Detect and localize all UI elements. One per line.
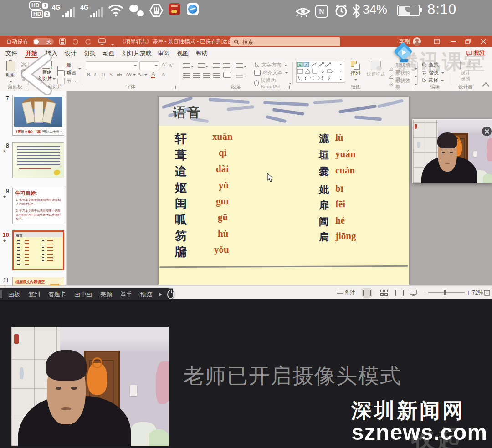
- line-spacing-button[interactable]: [236, 62, 246, 70]
- pinyin: bī: [335, 183, 343, 194]
- collapse-ribbon-icon[interactable]: [482, 82, 490, 90]
- do-not-disturb-icon: [149, 4, 163, 17]
- columns-button[interactable]: [223, 71, 231, 80]
- toolbar-raise-hand[interactable]: 举手: [120, 290, 132, 299]
- search-box[interactable]: [230, 37, 340, 46]
- toolbar-answer-card[interactable]: 答题卡: [48, 290, 66, 299]
- close-camera-icon[interactable]: [482, 127, 492, 136]
- zoom-out-button[interactable]: −: [423, 286, 426, 300]
- tab-file[interactable]: 文件: [4, 47, 19, 59]
- tab-transitions[interactable]: 切换: [82, 47, 97, 59]
- section-button[interactable]: 节: [57, 77, 77, 84]
- zoom-level[interactable]: 72%: [472, 286, 483, 300]
- normal-view-button[interactable]: [363, 286, 371, 300]
- italic-button[interactable]: I: [94, 71, 96, 78]
- replace-button[interactable]: 替换: [422, 69, 444, 76]
- tab-review[interactable]: 审阅: [156, 47, 171, 59]
- zoom-slider[interactable]: [428, 286, 465, 300]
- search-input[interactable]: [241, 38, 325, 46]
- slide7-caption: 《震川文集》书影 明刻二十卷本: [14, 130, 62, 134]
- slide11-thumbnail[interactable]: 根据课文内容填空: [12, 277, 64, 285]
- align-right-button[interactable]: [203, 71, 210, 80]
- zoom-in-button[interactable]: +: [466, 286, 470, 300]
- quick-access-dropdown-icon[interactable]: [110, 41, 114, 47]
- bold-button[interactable]: A: [161, 71, 165, 78]
- shrink-font-button[interactable]: A˅: [169, 62, 174, 68]
- restore-button[interactable]: [461, 36, 475, 47]
- toolbar-beauty[interactable]: 美颜: [100, 290, 112, 299]
- close-button[interactable]: [477, 36, 490, 47]
- comments-button[interactable]: 批注: [466, 47, 486, 59]
- hanzi: 漉: [319, 132, 329, 146]
- tab-design[interactable]: 设计: [63, 47, 78, 59]
- strikethrough-button[interactable]: ab: [117, 71, 122, 77]
- toolbar-handle[interactable]: [0, 290, 2, 298]
- bullets-button[interactable]: [183, 62, 194, 70]
- paragraph-dialog-launcher[interactable]: [286, 86, 290, 89]
- slide-sorter-view-button[interactable]: [380, 286, 388, 300]
- tab-animations[interactable]: 动画: [101, 47, 117, 59]
- bold-button[interactable]: B: [87, 71, 90, 78]
- back-arrow-overlay[interactable]: [17, 54, 56, 95]
- slide-canvas[interactable]: 语音 轩xuān 葺qì 迨dài 妪yù 闺guī 呱gū 笏hù 牖yǒu …: [159, 97, 409, 285]
- tab-help[interactable]: 帮助: [194, 47, 210, 59]
- arrange-button[interactable]: 排列: [347, 61, 364, 82]
- fit-to-window-button[interactable]: [484, 286, 490, 300]
- slide9-thumbnail[interactable]: 学习目标: 1. 体会本文笔墨清淡而情意缠绵动人的写作特色。 2. 学习本文善于…: [12, 188, 64, 224]
- underline-button[interactable]: U: [101, 71, 105, 78]
- toolbar-checkin[interactable]: 签到: [28, 290, 40, 299]
- paste-button[interactable]: 粘贴: [3, 61, 18, 84]
- font-size-combo[interactable]: [139, 61, 159, 70]
- slide8-thumbnail[interactable]: [12, 142, 64, 178]
- select-button[interactable]: 选择: [422, 77, 444, 84]
- font-color-button[interactable]: A: [151, 71, 155, 78]
- pinyin: yǒu: [214, 244, 229, 255]
- toolbar-power-icon[interactable]: [167, 290, 174, 299]
- slide7-thumbnail[interactable]: 《震川文集》书影 明刻二十卷本: [12, 95, 64, 136]
- align-center-button[interactable]: [193, 71, 200, 80]
- align-text-button[interactable]: 对齐文本: [254, 69, 288, 76]
- reading-view-button[interactable]: [395, 286, 404, 300]
- autosave-toggle[interactable]: 关: [33, 38, 54, 45]
- add-remove-columns-button[interactable]: [236, 71, 246, 80]
- minimize-button[interactable]: [446, 36, 460, 47]
- reset-button[interactable]: 重置: [57, 70, 77, 76]
- toolbar-whiteboard[interactable]: 画板: [8, 290, 20, 299]
- slide10-thumbnail-selected[interactable]: 语音: [12, 230, 64, 270]
- justify-button[interactable]: [213, 71, 220, 80]
- present-display-icon[interactable]: [98, 38, 106, 45]
- slideshow-view-button[interactable]: [410, 286, 417, 300]
- drawing-dialog-launcher[interactable]: [412, 86, 415, 89]
- font-dialog-launcher[interactable]: [172, 86, 176, 89]
- zoom-slider-thumb[interactable]: [444, 290, 446, 295]
- decrease-indent-button[interactable]: [213, 62, 220, 70]
- increase-indent-button[interactable]: [223, 62, 230, 70]
- hd2-number: 2: [44, 11, 50, 17]
- tab-view[interactable]: 视图: [175, 47, 190, 59]
- notes-button[interactable]: 备注: [337, 286, 355, 300]
- align-left-button[interactable]: [183, 71, 190, 80]
- toolbar-pip[interactable]: 画中画: [74, 290, 92, 299]
- grow-font-button[interactable]: A˄: [161, 61, 167, 68]
- text-direction-button[interactable]: A 文字方向: [254, 61, 287, 68]
- redo-icon[interactable]: [85, 38, 92, 45]
- toolbar-play-icon[interactable]: [159, 292, 164, 297]
- slide10-char-col2: [42, 240, 44, 263]
- numbering-button[interactable]: [198, 62, 208, 70]
- teacher-camera-small[interactable]: [412, 119, 492, 183]
- char-spacing-button[interactable]: AV: [126, 71, 136, 77]
- webcam-scene: [11, 327, 169, 446]
- quick-styles-button[interactable]: 快速样式: [364, 61, 387, 77]
- tab-slideshow[interactable]: 幻灯片放映: [120, 47, 154, 59]
- shapes-gallery[interactable]: A A: [296, 61, 344, 83]
- text-shadow-button[interactable]: S: [109, 71, 113, 78]
- shapes-gallery-scrollbar[interactable]: [338, 61, 343, 82]
- change-case-button[interactable]: Aa: [138, 71, 147, 77]
- save-icon[interactable]: [59, 38, 66, 45]
- font-name-combo[interactable]: [86, 61, 138, 70]
- design-ideas-button[interactable]: 设计 灵感: [456, 61, 475, 82]
- undo-icon[interactable]: [72, 38, 79, 45]
- ribbon-display-options-icon[interactable]: [430, 36, 444, 47]
- find-button[interactable]: 查找: [422, 61, 439, 68]
- toolbar-preview[interactable]: 预览: [140, 290, 152, 299]
